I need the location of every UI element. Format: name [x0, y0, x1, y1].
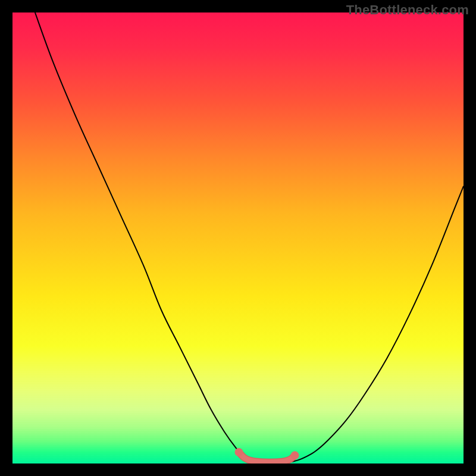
- plot-area: [12, 12, 464, 464]
- trough-highlight-group: [235, 448, 299, 462]
- trough-dot-left: [235, 448, 243, 456]
- curve-right-branch: [292, 186, 464, 462]
- chart-frame: TheBottleneck.com: [0, 0, 476, 476]
- right-branch-path: [292, 186, 464, 462]
- curves-svg: [12, 12, 464, 464]
- watermark-text: TheBottleneck.com: [346, 2, 469, 18]
- trough-dot-right: [291, 451, 299, 459]
- curve-left-branch: [35, 12, 252, 462]
- left-branch-path: [35, 12, 252, 462]
